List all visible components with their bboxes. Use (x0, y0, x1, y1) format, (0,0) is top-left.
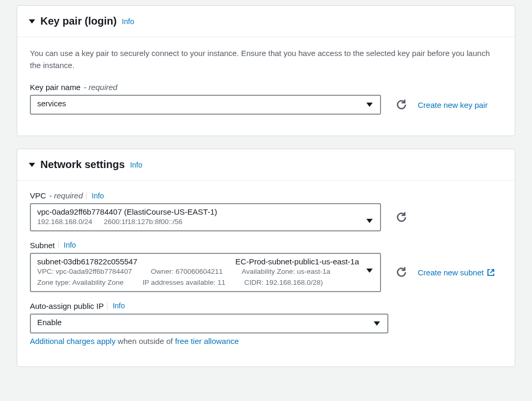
network-body: VPC - required Info vpc-0ada92ff6b778440… (17, 181, 515, 366)
refresh-subnet-button[interactable] (396, 266, 407, 278)
create-subnet-label: Create new subnet (418, 268, 484, 277)
vpc-select-wrap: vpc-0ada92ff6b7784407 (ElastiCourse-US-E… (30, 203, 381, 231)
chevron-down-icon (366, 219, 373, 223)
subnet-label-row: Subnet Info (30, 241, 502, 250)
subnet-ips: IP addresses available: 11 (143, 278, 225, 288)
subnet-top: subnet-03db617822c055547 EC-Prod-subnet-… (37, 257, 359, 266)
create-subnet-link[interactable]: Create new subnet (418, 268, 495, 277)
chevron-down-icon (366, 269, 373, 273)
network-info-link[interactable]: Info (130, 161, 142, 169)
subnet-sub2: Zone type: Availability Zone IP addresse… (37, 278, 359, 288)
autoip-label-row: Auto-assign public IP Info (30, 302, 502, 310)
subnet-select-wrap: subnet-03db617822c055547 EC-Prod-subnet-… (30, 253, 381, 292)
keypair-select-wrap: services (30, 95, 381, 115)
vpc-cidr6: 2600:1f18:127b:8f00::/56 (104, 218, 182, 226)
keypair-value: services (37, 99, 66, 108)
autoip-info-link[interactable]: Info (107, 302, 125, 310)
caret-down-icon (29, 163, 35, 167)
keypair-label: Key pair name (30, 83, 81, 92)
vpc-label-row: VPC - required Info (30, 191, 502, 200)
network-header[interactable]: Network settings Info (17, 149, 515, 181)
keypair-select[interactable]: services (30, 95, 381, 115)
autoip-value: Enable (37, 318, 62, 327)
keypair-row: services Create new key pair (30, 95, 502, 115)
subnet-owner: Owner: 670060604211 (151, 267, 223, 277)
subnet-info-link[interactable]: Info (58, 241, 76, 249)
charges-link[interactable]: Additional charges apply (30, 337, 115, 346)
autoip-field: Auto-assign public IP Info Enable Additi… (30, 302, 502, 346)
refresh-icon (396, 212, 407, 222)
subnet-field: Subnet Info subnet-03db617822c055547 EC-… (30, 241, 502, 292)
subnet-row: subnet-03db617822c055547 EC-Prod-subnet-… (30, 253, 502, 292)
chevron-down-icon (366, 103, 373, 107)
autoip-select[interactable]: Enable (30, 314, 388, 333)
vpc-field: VPC - required Info vpc-0ada92ff6b778440… (30, 191, 502, 231)
create-keypair-link[interactable]: Create new key pair (418, 101, 487, 109)
keypair-body: You can use a key pair to securely conne… (17, 37, 515, 136)
subnet-cidr: CIDR: 192.168.168.0/28) (244, 278, 323, 288)
vpc-value: vpc-0ada92ff6b7784407 (ElastiCourse-US-E… (37, 207, 359, 216)
vpc-cidr4: 192.168.168.0/24 (37, 218, 92, 226)
external-link-icon (487, 269, 495, 276)
keypair-title: Key pair (login) (40, 15, 117, 27)
subnet-zonetype: Zone type: Availability Zone (37, 278, 124, 288)
subnet-vpc: VPC: vpc-0ada92ff6b7784407 (37, 267, 132, 277)
vpc-side (396, 211, 407, 223)
keypair-help: You can use a key pair to securely conne… (30, 48, 502, 71)
subnet-id: subnet-03db617822c055547 (37, 257, 137, 266)
refresh-icon (396, 267, 407, 277)
keypair-side: Create new key pair (396, 99, 487, 110)
refresh-keypair-button[interactable] (396, 99, 407, 110)
keypair-label-row: Key pair name - required (30, 83, 502, 92)
subnet-name: EC-Prod-subnet-public1-us-east-1a (235, 257, 359, 266)
caret-down-icon (29, 19, 35, 24)
vpc-select[interactable]: vpc-0ada92ff6b7784407 (ElastiCourse-US-E… (30, 203, 381, 231)
vpc-row: vpc-0ada92ff6b7784407 (ElastiCourse-US-E… (30, 203, 502, 231)
keypair-info-link[interactable]: Info (122, 17, 134, 26)
refresh-icon (396, 99, 407, 110)
subnet-sub1: VPC: vpc-0ada92ff6b7784407 Owner: 670060… (37, 267, 359, 277)
keypair-required: - required (84, 83, 117, 92)
note-mid: when outside of (115, 337, 175, 346)
autoip-note: Additional charges apply when outside of… (30, 337, 502, 346)
subnet-label: Subnet (30, 241, 55, 250)
keypair-field: Key pair name - required services Create… (30, 83, 502, 115)
network-panel: Network settings Info VPC - required Inf… (17, 149, 515, 367)
vpc-label: VPC (30, 191, 46, 200)
subnet-side: Create new subnet (396, 266, 495, 278)
network-title: Network settings (40, 159, 125, 171)
keypair-panel: Key pair (login) Info You can use a key … (17, 5, 515, 136)
freetier-link[interactable]: free tier allowance (175, 337, 239, 346)
subnet-select[interactable]: subnet-03db617822c055547 EC-Prod-subnet-… (30, 253, 381, 292)
autoip-select-wrap: Enable (30, 314, 388, 333)
autoip-label: Auto-assign public IP (30, 302, 104, 310)
chevron-down-icon (374, 321, 380, 326)
vpc-info-link[interactable]: Info (86, 192, 104, 200)
keypair-header[interactable]: Key pair (login) Info (17, 6, 515, 37)
autoip-row: Enable (30, 314, 502, 333)
refresh-vpc-button[interactable] (396, 211, 407, 223)
subnet-az: Availability Zone: us-east-1a (242, 267, 330, 277)
vpc-subline: 192.168.168.0/24 2600:1f18:127b:8f00::/5… (37, 217, 359, 227)
vpc-required: - required (49, 191, 83, 200)
